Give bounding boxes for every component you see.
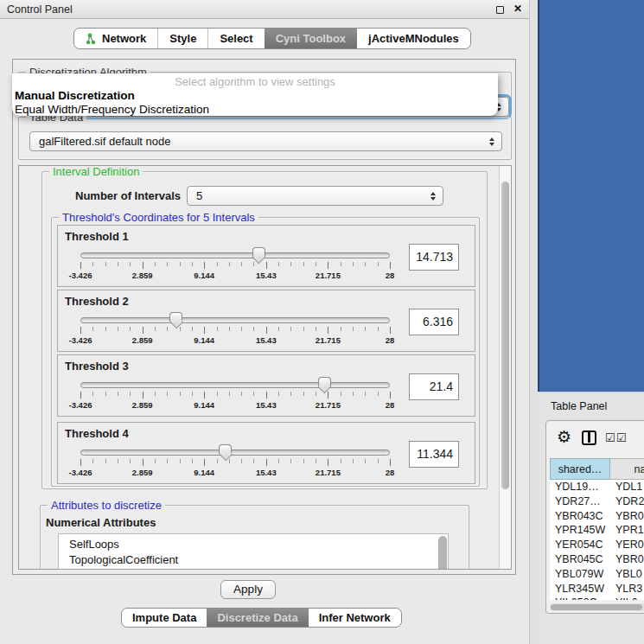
table-cell[interactable]: YBR043C xyxy=(550,509,610,524)
table-cell[interactable]: YDL19… xyxy=(550,480,610,494)
threshold-2-value-field[interactable]: 6.316 xyxy=(409,309,459,335)
split-view-icon[interactable] xyxy=(582,430,596,445)
threshold-2-slider-thumb[interactable] xyxy=(169,312,182,322)
table-toolbar: ⚙ ☑ ☑ xyxy=(546,421,644,457)
tab-network[interactable]: Network xyxy=(74,29,157,48)
threshold-4-value-field[interactable]: 11.344 xyxy=(409,441,459,468)
table-cell[interactable]: YIL052C xyxy=(550,596,610,600)
tick-label: 2.859 xyxy=(132,271,153,280)
tick-label: 15.43 xyxy=(256,468,277,477)
tab-infer-network[interactable]: Infer Network xyxy=(309,609,401,627)
column-header-name[interactable]: na xyxy=(610,458,644,480)
control-panel-titlebar: Control Panel ✕ xyxy=(0,0,529,19)
table-cell[interactable]: YBR045C xyxy=(550,552,610,567)
tick-label: 9.144 xyxy=(194,400,214,410)
list-item[interactable]: BetweennessCentrality xyxy=(59,567,448,570)
threshold-4-label: Threshold 4 xyxy=(65,427,129,440)
tab-discretize-data[interactable]: Discretize Data xyxy=(207,609,308,627)
table-row[interactable]: YLR345WYLR3 xyxy=(550,582,644,596)
threshold-1-slider[interactable] xyxy=(80,252,390,258)
tick-label: 28 xyxy=(386,271,395,280)
tab-style-label: Style xyxy=(169,32,196,45)
scrollbar-thumb[interactable] xyxy=(501,182,509,489)
table-row[interactable]: YBR043CYBR0 xyxy=(550,509,644,524)
tab-select[interactable]: Select xyxy=(207,29,264,48)
tab-jactivemnodules[interactable]: jActiveMNodules xyxy=(357,29,470,48)
tab-cyni-toolbox[interactable]: Cyni Toolbox xyxy=(265,29,357,48)
threshold-2-slider[interactable] xyxy=(80,317,390,323)
tick-label: -3.426 xyxy=(69,335,92,345)
number-of-intervals-select[interactable]: 5 xyxy=(187,186,443,206)
tick-label: 15.43 xyxy=(256,271,277,280)
table-cell[interactable]: YDL1 xyxy=(610,480,644,494)
table-cell[interactable]: YPR145W xyxy=(550,523,610,538)
tick-label: -3.426 xyxy=(69,400,92,410)
table-row[interactable]: YIL052CYIL0 xyxy=(550,596,644,600)
threshold-3-value-field[interactable]: 21.4 xyxy=(409,373,459,400)
table-data-select[interactable]: galFiltered.sif default node xyxy=(29,131,502,151)
threshold-1-slider-thumb[interactable] xyxy=(252,247,265,257)
number-of-intervals-label: Number of Intervals xyxy=(75,189,181,202)
table-cell[interactable]: YER054C xyxy=(550,538,610,552)
table-header-row: shared… na xyxy=(550,458,644,480)
panel-scrollbar[interactable] xyxy=(499,166,511,569)
table-row[interactable]: YDL19…YDL1 xyxy=(550,480,644,494)
table-panel-region: Table Panel ⚙ ☑ ☑ shared… na YDL19…YDL1 … xyxy=(538,392,644,644)
slider-ticks xyxy=(80,262,391,269)
checkbox-icon[interactable]: ☑ xyxy=(605,431,615,444)
network-icon xyxy=(86,33,97,45)
algorithm-dropdown-popup: Select algorithm to view settings Manual… xyxy=(12,73,498,116)
threshold-2-panel: Threshold 2 -3.426 2.859 9.144 15.43 21.… xyxy=(57,290,475,352)
column-header-shared-name[interactable]: shared… xyxy=(550,458,610,480)
tick-label: 2.859 xyxy=(132,400,153,410)
table-cell[interactable]: YBL0 xyxy=(610,567,644,582)
scrollbar-thumb[interactable] xyxy=(551,604,642,610)
table-cell[interactable]: YBL079W xyxy=(550,567,610,582)
threshold-4-slider[interactable] xyxy=(80,450,390,456)
table-row[interactable]: YDR27…YDR2 xyxy=(550,494,644,509)
tick-label: 15.43 xyxy=(256,335,277,345)
tick-label: 21.715 xyxy=(316,468,341,477)
checkbox-icon[interactable]: ☑ xyxy=(616,431,627,444)
tick-label: 21.715 xyxy=(316,400,341,410)
table-cell[interactable]: YBR0 xyxy=(610,509,644,524)
threshold-1-value-field[interactable]: 14.713 xyxy=(409,244,459,271)
popup-option-equal-width-frequency[interactable]: Equal Width/Frequency Discretization xyxy=(12,103,498,117)
tick-label: 2.859 xyxy=(132,468,153,477)
table-cell[interactable]: YLR345W xyxy=(550,582,610,596)
table-horizontal-scrollbar[interactable] xyxy=(550,603,644,611)
float-window-icon[interactable] xyxy=(496,6,504,14)
panel-divider[interactable] xyxy=(529,0,538,644)
slider-ticks xyxy=(80,392,391,399)
table-row[interactable]: YBR045CYBR0 xyxy=(550,552,644,567)
numerical-attributes-list[interactable]: SelfLoops TopologicalCoefficient Between… xyxy=(58,533,449,570)
table-cell[interactable]: YER0 xyxy=(610,538,644,552)
slider-ticks xyxy=(80,459,391,466)
gear-icon[interactable]: ⚙ xyxy=(557,427,571,447)
network-desktop-background: GAL80 GA C GAL11 GAL4 GCY1 H HAP2 xyxy=(538,0,644,392)
table-row[interactable]: YPR145WYPR1 xyxy=(550,523,644,538)
threshold-4-slider-thumb[interactable] xyxy=(219,444,232,454)
threshold-3-slider[interactable] xyxy=(80,382,390,388)
table-cell[interactable]: YDR27… xyxy=(550,494,610,509)
tab-impute-data[interactable]: Impute Data xyxy=(122,609,207,627)
tick-label: 9.144 xyxy=(194,271,214,280)
interval-definition-group: Interval Definition Number of Intervals … xyxy=(41,171,488,489)
cyni-toolbox-panel: Discretization Algorithm Table Data galF… xyxy=(12,59,516,575)
threshold-3-slider-thumb[interactable] xyxy=(318,377,331,386)
list-scrollbar[interactable] xyxy=(438,536,447,570)
list-item[interactable]: SelfLoops xyxy=(59,534,448,552)
apply-button[interactable]: Apply xyxy=(220,580,276,599)
table-cell[interactable]: YDR2 xyxy=(610,494,644,509)
table-cell[interactable]: YIL0 xyxy=(610,596,644,600)
list-item[interactable]: TopologicalCoefficient xyxy=(59,552,448,568)
table-row[interactable]: YER054CYER0 xyxy=(550,538,644,552)
popup-option-manual-discretization[interactable]: Manual Discretization xyxy=(12,89,498,103)
table-cell[interactable]: YLR3 xyxy=(610,582,644,596)
table-cell[interactable]: YBR0 xyxy=(610,552,644,567)
table-cell[interactable]: YPR1 xyxy=(610,523,644,538)
close-icon[interactable]: ✕ xyxy=(513,3,522,15)
tab-style[interactable]: Style xyxy=(157,29,207,48)
table-row[interactable]: YBL079WYBL0 xyxy=(550,567,644,582)
table-panel-title: Table Panel xyxy=(551,400,607,412)
